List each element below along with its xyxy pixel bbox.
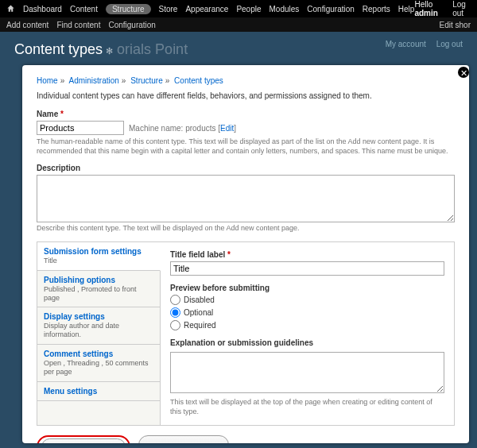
sub-add-content[interactable]: Add content xyxy=(6,21,48,29)
nav-configuration[interactable]: Configuration xyxy=(307,5,354,14)
intro-text: Individual content types can have differ… xyxy=(37,91,455,100)
title-field-label: Title field label * xyxy=(170,250,444,259)
vertical-tabs: Submission form settings Title Publishin… xyxy=(37,241,455,426)
nav-content[interactable]: Content xyxy=(70,5,98,14)
page-logout-link[interactable]: Log out xyxy=(436,40,463,48)
nav-appearance[interactable]: Appearance xyxy=(185,5,228,14)
tab-display[interactable]: Display settings Display author and date… xyxy=(37,307,160,345)
nav-modules[interactable]: Modules xyxy=(270,5,300,14)
nav-structure[interactable]: Structure xyxy=(106,4,151,14)
overlay-panel: ✕ Home» Administration» Structure» Conte… xyxy=(22,65,469,443)
nav-store[interactable]: Store xyxy=(159,5,178,14)
machine-name: Machine name: products [Edit] xyxy=(129,124,236,133)
admin-toolbar: Dashboard Content Structure Store Appear… xyxy=(0,0,477,17)
preview-legend: Preview before submitting xyxy=(170,284,444,292)
preview-required-radio[interactable] xyxy=(170,320,180,330)
sub-configuration[interactable]: Configuration xyxy=(108,21,155,29)
admin-subbar: Add content Find content Configuration E… xyxy=(0,17,477,32)
name-label: Name * xyxy=(37,110,455,118)
sub-edit-shortcuts[interactable]: Edit shor xyxy=(440,21,471,29)
breadcrumb: Home» Administration» Structure» Content… xyxy=(37,76,455,85)
preview-disabled-label: Disabled xyxy=(184,295,215,304)
button-row: Save content type Save and add fields xyxy=(37,435,455,443)
crumb-structure[interactable]: Structure xyxy=(130,76,163,85)
my-account-link[interactable]: My account xyxy=(386,40,426,48)
sub-find-content[interactable]: Find content xyxy=(56,21,100,29)
machine-name-edit-link[interactable]: Edit xyxy=(220,124,234,133)
save-button[interactable]: Save content type xyxy=(41,438,126,443)
guidelines-textarea[interactable] xyxy=(170,352,444,393)
title-field-input[interactable] xyxy=(170,261,444,276)
save-highlight: Save content type xyxy=(37,435,130,443)
close-icon[interactable]: ✕ xyxy=(456,65,469,79)
nav-reports[interactable]: Reports xyxy=(363,5,390,14)
nav-people[interactable]: People xyxy=(236,5,261,14)
description-textarea[interactable] xyxy=(37,175,455,222)
description-help: Describe this content type. The text wil… xyxy=(37,224,455,234)
description-label: Description xyxy=(37,164,455,172)
guidelines-label: Explanation or submission guidelines xyxy=(170,338,444,347)
preview-required-label: Required xyxy=(184,321,216,330)
tab-comment[interactable]: Comment settings Open , Threading , 50 c… xyxy=(37,345,160,382)
preview-optional-radio[interactable] xyxy=(170,307,180,318)
guidelines-help: This text will be displayed at the top o… xyxy=(170,398,444,416)
preview-disabled-radio[interactable] xyxy=(170,295,180,305)
user-links: My account Log out xyxy=(378,40,463,48)
name-help: The human-readable name of this content … xyxy=(37,137,455,156)
save-add-fields-button[interactable]: Save and add fields xyxy=(138,435,229,443)
logout-link[interactable]: Log out xyxy=(452,0,471,17)
tab-publishing[interactable]: Publishing options Published , Promoted … xyxy=(37,271,160,308)
preview-optional-label: Optional xyxy=(184,308,213,317)
tab-submission-form[interactable]: Submission form settings Title xyxy=(37,242,161,271)
gear-icon[interactable]: ✻ xyxy=(106,46,113,56)
tab-menu[interactable]: Menu settings xyxy=(37,382,160,401)
nav-dashboard[interactable]: Dashboard xyxy=(23,5,62,14)
home-icon[interactable] xyxy=(6,4,15,14)
page-title: Content types✻ orials Point xyxy=(0,32,477,68)
nav-help[interactable]: Help xyxy=(398,5,415,14)
hello-text: Hello admin xyxy=(414,0,444,17)
tab-pane: Title field label * Preview before submi… xyxy=(161,242,454,425)
crumb-admin[interactable]: Administration xyxy=(68,76,118,85)
crumb-content-types[interactable]: Content types xyxy=(174,76,223,85)
crumb-home[interactable]: Home xyxy=(37,76,58,85)
name-input[interactable] xyxy=(37,121,124,135)
page-background: My account Log out Content types✻ orials… xyxy=(0,32,477,448)
